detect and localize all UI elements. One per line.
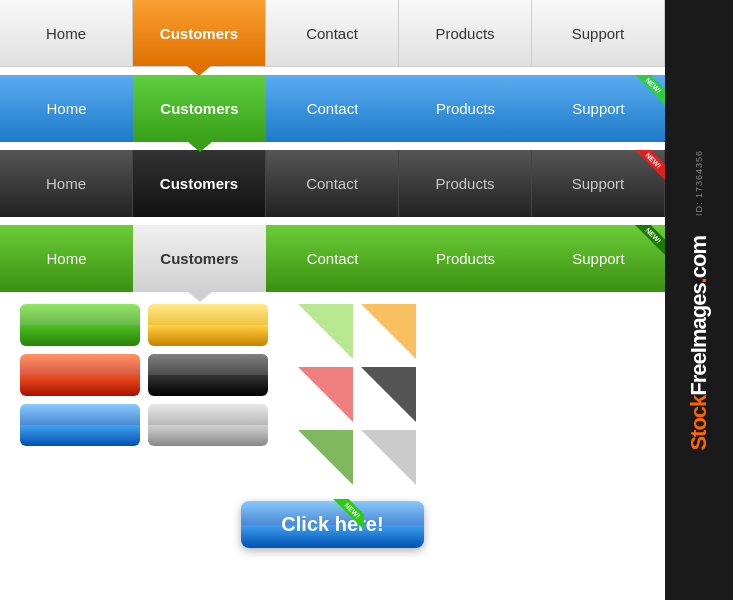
corner-ribbon-black (361, 367, 416, 422)
btn-orange[interactable] (20, 354, 140, 396)
new-badge-nav2 (629, 75, 665, 111)
brand-dot: . (686, 278, 711, 283)
nav2-products[interactable]: Products (399, 75, 532, 142)
nav4-home[interactable]: Home (0, 225, 133, 292)
corner-ribbon-gray (361, 430, 416, 485)
corner-ribbon-green (298, 304, 353, 359)
nav2-home[interactable]: Home (0, 75, 133, 142)
clickhere-new-badge (326, 499, 364, 537)
new-badge-nav3 (629, 150, 665, 186)
samples-section (0, 304, 665, 485)
button-samples (20, 304, 268, 446)
nav1-support[interactable]: Support (532, 0, 665, 66)
main-content: Home Customers Contact Products Support … (0, 0, 665, 600)
nav3-products[interactable]: Products (399, 150, 532, 217)
nav1-products[interactable]: Products (399, 0, 532, 66)
sidebar: ID: 17364356 StockFreeImages.com (665, 0, 733, 600)
btn-black[interactable] (148, 354, 268, 396)
navbar-2: Home Customers Contact Products Support (0, 75, 665, 142)
corner-ribbon-red (298, 367, 353, 422)
brand-stock: Stock (686, 395, 711, 450)
navbar-3: Home Customers Contact Products Support (0, 150, 665, 217)
corner-ribbon-darkgreen (298, 430, 353, 485)
sidebar-id: ID: 17364356 (694, 150, 704, 216)
navbar-4: Home Customers Contact Products Support (0, 225, 665, 292)
btn-green[interactable] (20, 304, 140, 346)
clickhere-wrap: Click here! (0, 501, 665, 548)
brand-images: Images (686, 283, 711, 353)
corner-ribbon-samples (298, 304, 416, 485)
new-badge-nav4 (629, 225, 665, 261)
nav1-home[interactable]: Home (0, 0, 133, 66)
btn-silver[interactable] (148, 404, 268, 446)
brand-free: Free (686, 353, 711, 395)
sidebar-brand: StockFreeImages.com (686, 236, 712, 451)
nav3-contact[interactable]: Contact (266, 150, 399, 217)
nav3-home[interactable]: Home (0, 150, 133, 217)
nav3-customers[interactable]: Customers (133, 150, 266, 217)
btn-yellow[interactable] (148, 304, 268, 346)
nav1-contact[interactable]: Contact (266, 0, 399, 66)
nav4-contact[interactable]: Contact (266, 225, 399, 292)
btn-blue[interactable] (20, 404, 140, 446)
navbar-1: Home Customers Contact Products Support (0, 0, 665, 67)
nav4-customers[interactable]: Customers (133, 225, 266, 292)
nav2-contact[interactable]: Contact (266, 75, 399, 142)
nav2-customers[interactable]: Customers (133, 75, 266, 142)
brand-com: com (686, 236, 711, 278)
corner-ribbon-orange (361, 304, 416, 359)
nav4-products[interactable]: Products (399, 225, 532, 292)
nav1-customers[interactable]: Customers (133, 0, 266, 66)
